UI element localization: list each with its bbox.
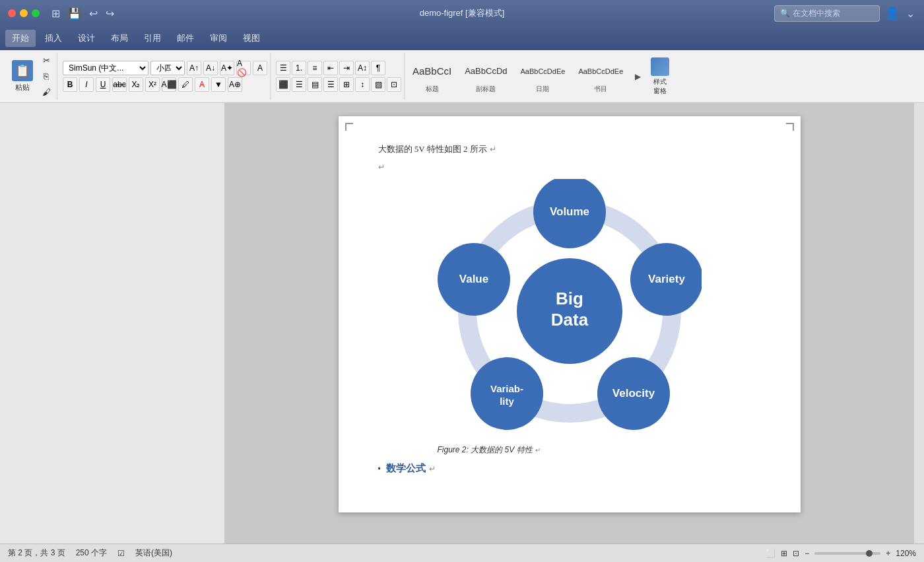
section-heading-text: 数学公式 [386, 462, 426, 474]
caption-para-mark: ↵ [535, 446, 541, 454]
style-gallery-button[interactable]: 样式窗格 [647, 55, 673, 98]
svg-text:Variab-: Variab- [490, 383, 523, 394]
diagram-svg: Big Data Volume Variety Velocity Variab-… [438, 179, 702, 443]
section-heading-container: • 数学公式 ↵ [378, 462, 761, 475]
paste-section: 📋 粘贴 ✂ ⎘ 🖌 [5, 53, 57, 100]
bold-button[interactable]: B [63, 77, 77, 92]
menu-item-references[interactable]: 引用 [137, 30, 168, 47]
chevron-down-icon[interactable]: ⌄ [906, 7, 915, 20]
decrease-font-button[interactable]: A↓ [203, 61, 218, 75]
redo-icon[interactable]: ↪ [106, 7, 114, 20]
font-color-button[interactable]: A [195, 77, 209, 92]
strikethrough-button[interactable]: abc [112, 77, 127, 92]
zoom-thumb [866, 550, 873, 557]
status-right: ⬜ ⊞ ⊡ − + 120% [766, 549, 916, 558]
window-title: demo-figref [兼容模式] [420, 7, 505, 19]
columns-button[interactable]: ⊞ [339, 77, 354, 92]
font-size-select[interactable]: 小四 [150, 61, 185, 75]
increase-font-button[interactable]: A↑ [187, 61, 201, 75]
justify-button[interactable]: ☰ [323, 77, 338, 92]
border-button[interactable]: ⊡ [387, 77, 401, 92]
style-subheading[interactable]: AaBbCcDd 副标题 [459, 57, 512, 96]
document-canvas[interactable]: 大数据的 5V 特性如图 2 所示 ↵ ↵ Big Data Volume [224, 103, 914, 544]
para-mark-1: ↵ [490, 145, 496, 154]
menu-item-layout[interactable]: 布局 [104, 30, 135, 47]
svg-text:lity: lity [500, 396, 514, 407]
toolbar: 📋 粘贴 ✂ ⎘ 🖌 SimSun (中文... 小四 A↑ A↓ A✦ A🚫 [0, 50, 924, 103]
svg-text:Big: Big [556, 289, 583, 308]
align-center-button[interactable]: ☰ [292, 77, 306, 92]
menu-item-design[interactable]: 设计 [71, 30, 102, 47]
view-web-icon[interactable]: ⊡ [793, 549, 799, 558]
subscript-button[interactable]: X₂ [129, 77, 143, 92]
decrease-indent-button[interactable]: ⇤ [323, 61, 338, 75]
underline-button[interactable]: U [96, 77, 110, 92]
view-multi-icon[interactable]: ⊞ [781, 549, 787, 558]
undo-icon[interactable]: ↩ [89, 7, 98, 20]
style-heading-preview: AaBbCcI [412, 59, 451, 83]
svg-text:Velocity: Velocity [612, 387, 655, 400]
paste-label: 粘贴 [15, 83, 30, 92]
minimize-button[interactable] [20, 9, 28, 17]
cut-button[interactable]: ✂ [38, 53, 54, 68]
superscript-button[interactable]: X² [145, 77, 160, 92]
svg-text:Variety: Variety [648, 273, 685, 285]
section-para-mark: ↵ [429, 464, 436, 474]
style-heading[interactable]: AaBbCcI 标题 [407, 57, 457, 96]
numbered-list-button[interactable]: 1. [292, 61, 306, 75]
style-gallery-label: 样式窗格 [653, 77, 667, 96]
menu-item-review[interactable]: 审阅 [203, 30, 234, 47]
font-color-more-button[interactable]: ▼ [211, 77, 226, 92]
page-corner-tl [345, 123, 353, 131]
style-date[interactable]: AaBbCcDdEe 日期 [515, 57, 571, 96]
bullet-list-button[interactable]: ☰ [276, 61, 290, 75]
show-marks-button[interactable]: ¶ [371, 61, 385, 75]
text-effect-button[interactable]: A⊕ [228, 77, 242, 92]
styles-scroll-arrow[interactable]: ▶ [631, 57, 644, 96]
line-spacing-button[interactable]: ↕ [355, 77, 370, 92]
increase-indent-button[interactable]: ⇥ [339, 61, 354, 75]
traffic-lights [8, 9, 40, 17]
font-cap-button[interactable]: A [253, 61, 267, 75]
left-sidebar [0, 103, 224, 544]
font-family-select[interactable]: SimSun (中文... [63, 61, 148, 75]
highlight-color-button[interactable]: A⬛ [162, 77, 176, 92]
svg-text:Data: Data [550, 310, 588, 330]
highlight-button[interactable]: 🖊 [178, 77, 193, 92]
italic-button[interactable]: I [79, 77, 94, 92]
maximize-button[interactable] [32, 9, 40, 17]
paste-button[interactable]: 📋 粘贴 [8, 57, 37, 95]
search-box[interactable]: 🔍 在文档中搜索 [774, 5, 880, 22]
multilevel-list-button[interactable]: ≡ [308, 61, 322, 75]
style-bibliography-label: 书目 [594, 85, 607, 94]
titlebar-left: ⊞ 💾 ↩ ↪ [8, 7, 116, 20]
sort-button[interactable]: A↕ [355, 61, 370, 75]
zoom-plus-icon[interactable]: + [886, 549, 890, 558]
shading-button[interactable]: ▧ [371, 77, 385, 92]
menu-item-insert[interactable]: 插入 [38, 30, 69, 47]
align-right-button[interactable]: ▤ [308, 77, 322, 92]
style-heading-label: 标题 [426, 85, 439, 94]
clear-format-button[interactable]: A🚫 [236, 61, 251, 75]
menu-item-start[interactable]: 开始 [5, 30, 36, 47]
menu-item-view[interactable]: 视图 [236, 30, 267, 47]
close-button[interactable] [8, 9, 16, 17]
user-icon[interactable]: 👤 [885, 6, 900, 20]
font-change-button[interactable]: A✦ [220, 61, 234, 75]
align-left-button[interactable]: ⬛ [276, 77, 290, 92]
save-icon[interactable]: 💾 [68, 7, 81, 20]
style-bibliography[interactable]: AaBbCcDdEe 书目 [573, 57, 628, 96]
check-icon: ☑ [117, 549, 125, 558]
copy-button[interactable]: ⎘ [38, 69, 54, 84]
zoom-slider[interactable] [814, 552, 880, 555]
section-bullet: • [378, 464, 381, 474]
statusbar: 第 2 页，共 3 页 250 个字 ☑ 英语(美国) ⬜ ⊞ ⊡ − + 12… [0, 544, 924, 562]
big-data-diagram: Big Data Volume Variety Velocity Variab-… [378, 179, 761, 456]
menu-item-mail[interactable]: 邮件 [170, 30, 201, 47]
style-gallery-icon [651, 57, 669, 76]
format-painter-button[interactable]: 🖌 [38, 85, 54, 100]
zoom-minus-icon[interactable]: − [805, 549, 809, 558]
sidebar-icon[interactable]: ⊞ [51, 7, 60, 20]
view-single-icon[interactable]: ⬜ [766, 549, 776, 558]
style-date-preview: AaBbCcDdEe [521, 59, 566, 83]
